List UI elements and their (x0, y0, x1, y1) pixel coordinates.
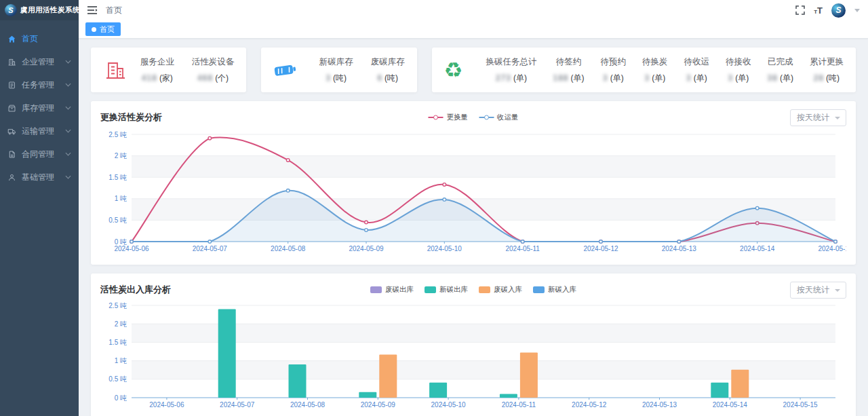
stat-label: 服务企业 (140, 56, 174, 68)
stat-label: 累计更换 (810, 56, 844, 68)
font-size-icon[interactable]: TT (814, 6, 823, 15)
stat-value: 28(吨) (810, 73, 844, 84)
line-chart[interactable]: 0 吨0.5 吨1 吨1.5 吨2 吨2.5 吨2024-05-062024-0… (100, 128, 846, 261)
stat-label: 待换炭 (642, 56, 668, 68)
stat: 待换炭3(单) (642, 56, 668, 84)
stat: 换碳任务总计273(单) (486, 56, 537, 84)
stat-card-tasks: ♻ 换碳任务总计273(单)待签约188(单)待预约3(单)待换炭3(单)待收运… (432, 48, 856, 92)
chart-card-replacement: 更换活性炭分析 更换量收运量 按天统计 0 吨0.5 吨1 吨1.5 吨2 吨2… (91, 101, 856, 265)
sidebar-item-task[interactable]: 任务管理 (0, 73, 79, 96)
svg-text:0 吨: 0 吨 (115, 394, 127, 402)
svg-text:2024-05-06: 2024-05-06 (114, 245, 149, 252)
sidebar-item-label: 运输管理 (22, 126, 54, 137)
user-menu-caret-icon[interactable] (854, 9, 860, 12)
legend-item[interactable]: 更换量 (429, 113, 469, 122)
collapse-menu-icon[interactable] (87, 5, 98, 15)
svg-text:1 吨: 1 吨 (115, 195, 127, 202)
avatar[interactable]: S (831, 3, 846, 18)
stat: 服务企业418(家) (140, 56, 174, 84)
sidebar-item-company[interactable]: 企业管理 (0, 50, 79, 73)
svg-text:0 吨: 0 吨 (115, 238, 127, 246)
chart-legend: 废碳出库新碳出库废碳入库新碳入库 (370, 285, 576, 295)
building-icon (103, 58, 127, 82)
sidebar: S 虞用用活性炭系统 首页企业管理任务管理库存管理运输管理合同管理基础管理 (0, 0, 79, 416)
sidebar-item-label: 合同管理 (22, 149, 54, 160)
stat: 待收运3(单) (684, 56, 710, 84)
stat-label: 待预约 (601, 56, 627, 68)
svg-text:2024-05-12: 2024-05-12 (572, 401, 607, 409)
chevron-down-icon (835, 289, 840, 292)
sidebar-item-home[interactable]: 首页 (0, 27, 79, 50)
legend-item[interactable]: 新碳出库 (425, 285, 468, 295)
sidebar-item-label: 任务管理 (22, 79, 54, 91)
svg-text:2024-05-10: 2024-05-10 (427, 245, 462, 252)
stat: 待接收3(单) (726, 56, 751, 84)
svg-text:2024-05-12: 2024-05-12 (583, 245, 618, 252)
sidebar-item-inventory[interactable]: 库存管理 (0, 96, 79, 119)
stat-value: 3(单) (642, 73, 668, 84)
chevron-down-icon (65, 83, 71, 87)
sidebar-item-base[interactable]: 基础管理 (0, 166, 79, 189)
legend-item[interactable]: 新碳入库 (533, 285, 576, 295)
stat-label: 待签约 (553, 56, 585, 68)
base-icon (7, 173, 16, 182)
sidebar-item-label: 企业管理 (22, 56, 54, 68)
recycle-icon: ♻ (444, 60, 463, 81)
stat-label: 待收运 (684, 56, 710, 68)
stat-period-select[interactable]: 按天统计 (790, 109, 846, 126)
stat-value: 418(家) (140, 73, 174, 84)
stat-value: 273(单) (486, 73, 537, 84)
select-value: 按天统计 (797, 284, 829, 296)
svg-text:2024-05-08: 2024-05-08 (271, 245, 306, 252)
stat-card-inventory: 新碳库存3(吨)废碳库存6(吨) (261, 48, 416, 92)
battery-icon (272, 58, 299, 82)
task-icon (7, 81, 16, 90)
svg-text:2024-05-10: 2024-05-10 (431, 401, 467, 409)
stat-value: 3(单) (726, 73, 751, 84)
stat-label: 换碳任务总计 (486, 56, 537, 68)
app-logo-icon: S (5, 4, 17, 16)
stat: 待签约188(单) (553, 56, 585, 84)
stat-label: 废碳库存 (371, 56, 405, 68)
chevron-down-icon (65, 60, 71, 64)
sidebar-item-transport[interactable]: 运输管理 (0, 119, 79, 143)
chevron-down-icon (65, 152, 71, 156)
svg-text:2024-05-14: 2024-05-14 (713, 401, 748, 409)
stat-list: 新碳库存3(吨)废碳库存6(吨) (319, 56, 405, 84)
chart-title: 活性炭出入库分析 (100, 284, 171, 296)
chevron-down-icon (835, 117, 840, 119)
svg-text:1.5 吨: 1.5 吨 (108, 174, 127, 181)
topbar: 首页 TT S (79, 0, 868, 20)
legend-item[interactable]: 废碳出库 (370, 285, 414, 295)
tab-home[interactable]: 首页 (85, 22, 121, 36)
fullscreen-icon[interactable] (795, 5, 805, 15)
contract-icon (7, 150, 16, 159)
sidebar-item-contract[interactable]: 合同管理 (0, 143, 79, 166)
sidebar-item-label: 基础管理 (22, 172, 54, 183)
stat-value: 6(吨) (371, 73, 405, 84)
stat-period-select[interactable]: 按天统计 (790, 282, 846, 299)
svg-text:2024-05-15: 2024-05-15 (783, 401, 818, 409)
svg-text:2024-05-08: 2024-05-08 (290, 401, 326, 409)
topbar-right: TT S (795, 3, 860, 18)
content: 服务企业418(家)活性炭设备468(个) 新碳库存3(吨)废碳库存6(吨) ♻ (79, 39, 868, 416)
svg-text:2024-05-06: 2024-05-06 (149, 401, 184, 409)
logo-bar: S 虞用用活性炭系统 (0, 0, 79, 20)
stat-label: 活性炭设备 (192, 56, 235, 68)
legend-item[interactable]: 收运量 (479, 113, 519, 122)
home-icon (7, 35, 16, 43)
legend-item[interactable]: 废碳入库 (479, 285, 522, 295)
svg-text:2024-05-11: 2024-05-11 (502, 401, 536, 409)
stat-value: 3(吨) (319, 73, 353, 84)
tab-active-dot (92, 27, 96, 32)
chart-card-warehouse: 活性炭出入库分析 废碳出库新碳出库废碳入库新碳入库 按天统计 0 吨0.5 吨1… (91, 273, 856, 416)
inventory-icon (7, 104, 16, 113)
chart-header: 更换活性炭分析 更换量收运量 按天统计 (100, 107, 846, 128)
stat-value: 3(单) (601, 73, 627, 84)
stat: 待预约3(单) (601, 56, 627, 84)
app-title: 虞用用活性炭系统 (20, 5, 80, 15)
bar-chart[interactable]: 0 吨0.5 吨1 吨1.5 吨2 吨2.5 吨2024-05-062024-0… (100, 300, 846, 416)
stat: 活性炭设备468(个) (192, 56, 235, 84)
stat-value: 38(单) (768, 73, 793, 84)
stat: 新碳库存3(吨) (319, 56, 353, 84)
